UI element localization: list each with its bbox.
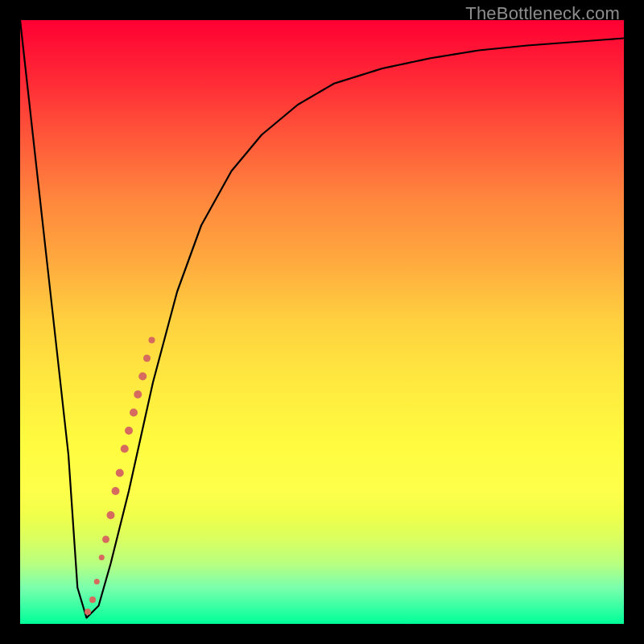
curve-line (20, 20, 624, 618)
marker-point (102, 536, 109, 543)
marker-point (134, 390, 142, 398)
marker-point (112, 487, 120, 495)
marker-point (94, 579, 100, 584)
marker-group (85, 337, 155, 616)
marker-point (107, 511, 115, 519)
marker-point (116, 469, 124, 477)
marker-point (138, 373, 147, 381)
marker-point (99, 555, 105, 560)
marker-point (149, 337, 155, 344)
marker-point (143, 355, 151, 362)
marker-point (125, 427, 133, 435)
marker-point (89, 597, 96, 603)
chart-svg (20, 20, 624, 624)
marker-point (85, 609, 91, 615)
marker-point (121, 445, 129, 453)
marker-point (130, 409, 138, 417)
